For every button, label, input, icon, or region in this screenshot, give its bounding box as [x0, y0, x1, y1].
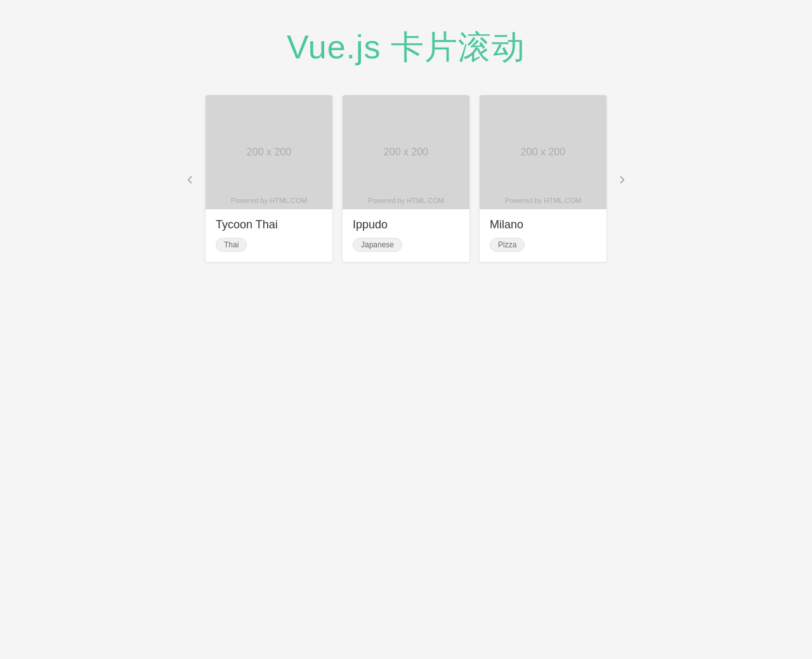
card-3-image-powered: Powered by HTML.COM	[480, 197, 606, 204]
carousel-prev-button[interactable]: ‹	[174, 162, 206, 195]
carousel-next-button[interactable]: ›	[606, 162, 638, 195]
page-container: Vue.js 卡片滚动 ‹ 200 x 200 Powered by HTML.…	[0, 0, 812, 262]
card-1-tag: Thai	[216, 238, 247, 252]
card-2-image-powered: Powered by HTML.COM	[343, 197, 469, 204]
cards-container: 200 x 200 Powered by HTML.COM Tycoon Tha…	[206, 95, 606, 262]
card-2-tag: Japanese	[353, 238, 402, 252]
card-1: 200 x 200 Powered by HTML.COM Tycoon Tha…	[206, 95, 332, 262]
card-2-body: Ippudo Japanese	[343, 209, 469, 262]
card-2-title: Ippudo	[353, 218, 459, 232]
card-3-image: 200 x 200 Powered by HTML.COM	[480, 95, 606, 209]
card-3-body: Milano Pizza	[480, 209, 606, 262]
carousel-wrapper: ‹ 200 x 200 Powered by HTML.COM Tycoon T…	[0, 95, 812, 262]
card-3-tag: Pizza	[490, 238, 525, 252]
card-3-title: Milano	[490, 218, 596, 232]
card-2: 200 x 200 Powered by HTML.COM Ippudo Jap…	[343, 95, 469, 262]
card-1-image-powered: Powered by HTML.COM	[206, 197, 332, 204]
card-1-title: Tycoon Thai	[216, 218, 322, 232]
card-3: 200 x 200 Powered by HTML.COM Milano Piz…	[480, 95, 606, 262]
card-3-image-dimensions: 200 x 200	[521, 147, 565, 158]
card-1-image-dimensions: 200 x 200	[247, 147, 291, 158]
card-2-image: 200 x 200 Powered by HTML.COM	[343, 95, 469, 209]
page-title: Vue.js 卡片滚动	[287, 25, 525, 70]
card-1-body: Tycoon Thai Thai	[206, 209, 332, 262]
card-1-image: 200 x 200 Powered by HTML.COM	[206, 95, 332, 209]
card-2-image-dimensions: 200 x 200	[384, 147, 428, 158]
